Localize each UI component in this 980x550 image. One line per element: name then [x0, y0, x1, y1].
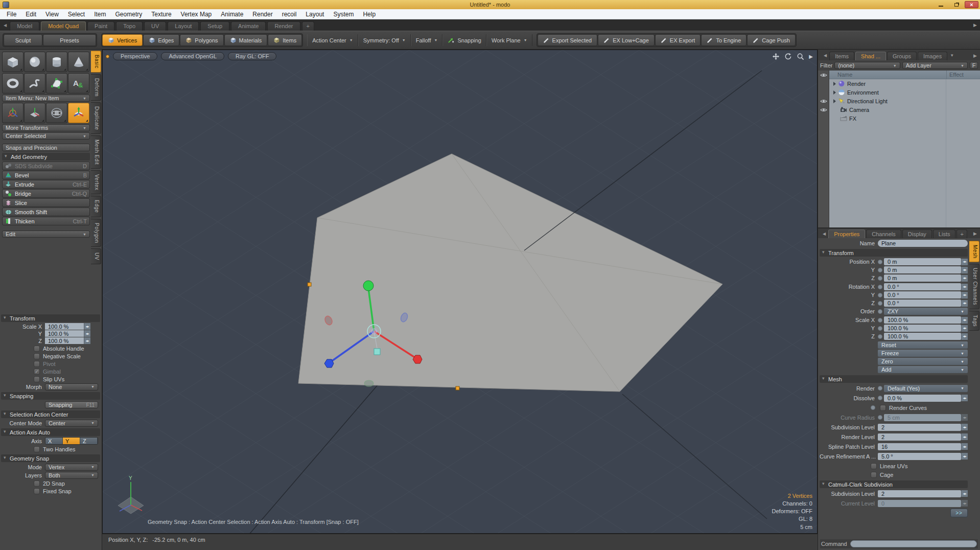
transform-tool-button-active[interactable] — [68, 103, 89, 123]
snapping-section-header[interactable]: Snapping — [1, 392, 100, 400]
tool-slice[interactable]: Slice — [2, 198, 90, 207]
channel-reset-icon[interactable] — [878, 301, 882, 306]
action-center-dropdown[interactable]: Action Center▼ — [307, 34, 358, 46]
snap-layers-dropdown[interactable]: Both▼ — [45, 472, 98, 479]
tab-images[interactable]: Images — [918, 52, 947, 60]
tab-channels[interactable]: Channels — [866, 230, 901, 238]
side-tab-polygon[interactable]: Polygon — [91, 219, 101, 247]
command-input[interactable] — [850, 540, 977, 547]
tab-model[interactable]: Model — [10, 21, 39, 31]
menu-help[interactable]: Help — [358, 9, 380, 19]
channel-reset-icon[interactable] — [878, 386, 882, 391]
subdivision-level-field[interactable]: 2 — [878, 424, 961, 431]
side-tab-vertex[interactable]: Vertex — [91, 170, 101, 194]
axis-drag-tool-button[interactable] — [24, 103, 45, 123]
spinner-icon[interactable]: ◂▸ — [961, 325, 968, 332]
scale-z-field[interactable]: 100.0 % — [884, 333, 961, 340]
two-handles-checkbox[interactable] — [34, 446, 40, 452]
render-dropdown[interactable]: Default (Yes)▼ — [884, 385, 968, 392]
chevron-down-icon[interactable]: ▼ — [948, 53, 955, 58]
menu-item[interactable]: Item — [89, 9, 110, 19]
ptab-tags[interactable]: Tags — [969, 311, 979, 331]
menu-geometry[interactable]: Geometry — [111, 9, 147, 19]
pan-icon[interactable] — [772, 53, 780, 60]
spinner-icon[interactable]: ◂▸ — [961, 284, 968, 290]
ptab-mesh[interactable]: Mesh — [969, 241, 979, 262]
geometry-snap-header[interactable]: Geometry Snap — [1, 454, 100, 462]
spinner-icon[interactable]: ◂▸ — [84, 323, 90, 330]
materials-mode-button[interactable]: Materials — [224, 34, 268, 46]
spinner-icon[interactable]: ◂▸ — [961, 275, 968, 282]
expand-arrow-icon[interactable] — [833, 99, 836, 103]
side-tab-uv[interactable]: UV — [91, 248, 101, 264]
shading-mode-button[interactable]: Advanced OpenGL — [161, 52, 224, 60]
transform-section-header[interactable]: Transform — [1, 314, 100, 322]
tool-bevel[interactable]: BevelB — [2, 171, 90, 179]
perspective-button[interactable]: Perspective — [113, 52, 157, 60]
cc-subdivision-level-field[interactable]: 2 — [878, 490, 961, 497]
curve-refinement-field[interactable]: 5.0 ° — [878, 453, 961, 460]
cone-tool-button[interactable] — [68, 52, 89, 72]
close-button[interactable]: × — [965, 1, 978, 8]
dissolve-field[interactable]: 0.0 % — [884, 395, 961, 402]
gutter-cell[interactable] — [818, 79, 829, 88]
morph-dropdown[interactable]: None▼ — [45, 383, 98, 391]
tab-scroll-left-icon[interactable]: ◀ — [821, 232, 827, 236]
cage-push-button[interactable]: Cage Push — [747, 34, 795, 46]
expand-arrow-icon[interactable] — [833, 90, 836, 95]
scale-y-field[interactable]: 100.0 % — [884, 325, 961, 332]
channel-reset-icon[interactable] — [878, 318, 882, 323]
rotation-y-field[interactable]: 0.0 ° — [884, 291, 961, 299]
absolute-handle-checkbox[interactable] — [34, 346, 40, 352]
tab-render[interactable]: Render — [267, 21, 300, 31]
menu-select[interactable]: Select — [63, 9, 89, 19]
tab-model-quad[interactable]: Model Quad — [41, 21, 86, 31]
viewport-rotation-thumb-icon[interactable] — [106, 55, 109, 58]
name-column-header[interactable]: Name — [829, 72, 946, 78]
sculpt-button[interactable]: Sculpt — [4, 34, 42, 46]
more-transforms-dropdown[interactable]: More Transforms▼ — [2, 124, 90, 131]
export-selected-button[interactable]: Export Selected — [538, 34, 598, 46]
tree-item-render[interactable]: Render — [829, 79, 980, 88]
channel-reset-icon[interactable] — [878, 396, 882, 400]
pen-polygon-tool-button[interactable] — [46, 73, 67, 94]
channel-reset-icon[interactable] — [871, 405, 875, 410]
ptab-user-channels[interactable]: User Channels — [969, 264, 979, 309]
menu-recoil[interactable]: recoil — [277, 9, 301, 19]
tab-groups[interactable]: Groups — [887, 52, 917, 60]
rotate-y-handle[interactable] — [364, 380, 374, 386]
tab-add-button[interactable]: + — [956, 230, 967, 238]
position-z-field[interactable]: 0 m — [884, 274, 961, 282]
tab-setup[interactable]: Setup — [200, 21, 229, 31]
viewport-menu-arrow-icon[interactable]: ▶ — [809, 54, 813, 59]
element-move-tool-button[interactable] — [2, 103, 24, 123]
axis-x-button[interactable]: X — [45, 438, 63, 444]
tab-layout[interactable]: Layout — [168, 21, 199, 31]
position-y-field[interactable]: 0 m — [884, 266, 961, 273]
ex-export-button[interactable]: EX Export — [655, 34, 701, 46]
add-geometry-header[interactable]: Add Geometry — [2, 153, 90, 161]
edit-dropdown[interactable]: Edit▼ — [2, 231, 90, 238]
tab-scroll-right-icon[interactable]: ▶ — [973, 231, 978, 236]
items-mode-button[interactable]: Items — [268, 34, 302, 46]
light-visibility-eye-icon[interactable] — [818, 97, 829, 105]
menu-texture[interactable]: Texture — [147, 9, 176, 19]
snapping-toolbar-button[interactable]: Snapping — [442, 34, 486, 46]
order-dropdown[interactable]: ZXY▼ — [884, 308, 968, 315]
work-plane-dropdown[interactable]: Work Plane▼ — [486, 34, 532, 46]
spinner-icon[interactable]: ◂▸ — [961, 333, 968, 340]
expand-arrow-icon[interactable] — [833, 82, 836, 86]
camera-visibility-eye-icon[interactable] — [818, 105, 829, 114]
tree-item-camera[interactable]: Camera — [829, 105, 980, 114]
raygl-button[interactable]: Ray GL: OFF — [228, 52, 276, 60]
tool-extrude[interactable]: ExtrudeCtrl-E — [2, 180, 90, 189]
tab-scroll-right-icon[interactable]: ▶ — [973, 22, 980, 28]
3d-viewport[interactable]: Y Perspective Advanced OpenGL Ray GL: OF… — [102, 50, 818, 534]
add-dropdown[interactable]: Add▼ — [878, 366, 968, 373]
spinner-icon[interactable]: ◂▸ — [961, 292, 968, 299]
spinner-icon[interactable]: ◂▸ — [84, 330, 90, 337]
action-axis-auto-header[interactable]: Action Axis Auto — [1, 428, 100, 436]
channel-reset-icon[interactable] — [878, 293, 882, 297]
catmull-clark-section-header[interactable]: Catmull-Clark Subdivision — [820, 480, 968, 488]
spinner-icon[interactable]: ◂▸ — [961, 317, 968, 324]
